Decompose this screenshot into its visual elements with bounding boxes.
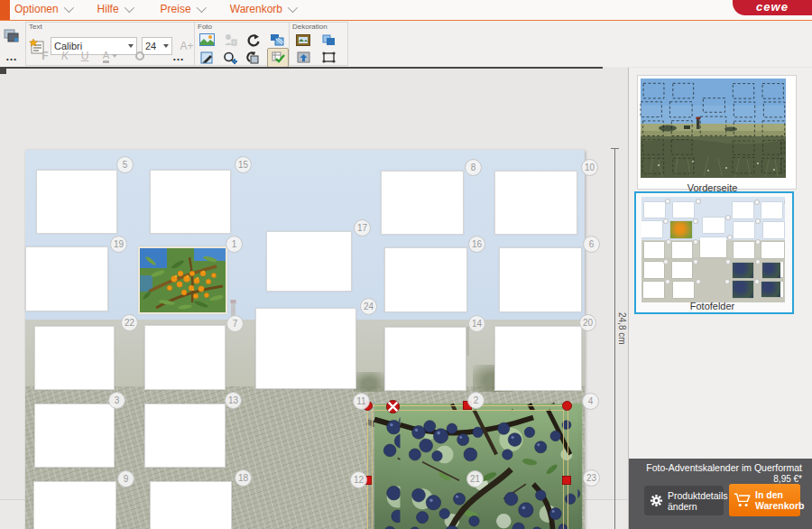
mini-door — [703, 218, 724, 233]
door-number-badge: 2 — [467, 392, 484, 409]
calendar-door-17[interactable] — [266, 231, 352, 292]
bold-button[interactable]: F — [39, 47, 51, 65]
mini-door — [673, 282, 694, 298]
door-number-badge: 3 — [108, 392, 125, 409]
calendar-door-18[interactable] — [150, 481, 232, 529]
mini-door-badge-dot — [784, 200, 785, 205]
door-number-badge: 15 — [235, 156, 252, 173]
mini-door-badge-dot — [666, 239, 671, 245]
calendar-door-9[interactable] — [33, 481, 116, 529]
calendar-door-14[interactable] — [384, 327, 466, 391]
door-number-badge: 10 — [581, 159, 598, 176]
gear-icon — [650, 494, 663, 507]
calendar-door-16[interactable] — [384, 247, 467, 312]
edit-photo-icon[interactable] — [197, 49, 217, 67]
rotate-right-icon[interactable] — [244, 31, 263, 49]
paste-photo-icon[interactable] — [220, 31, 240, 49]
menu-item-warenkorb[interactable]: Warenkorb — [230, 3, 295, 15]
menu-bar: cewe OptionenHilfePreiseWarenkorb — [0, 0, 812, 21]
mini-door — [734, 222, 754, 238]
calendar-door-6[interactable] — [499, 247, 582, 312]
photo-zoom-icon[interactable] — [220, 49, 240, 67]
more-text-options-button[interactable]: … — [169, 47, 189, 65]
mini-door-badge-dot — [754, 200, 760, 205]
italic-button[interactable]: K — [59, 47, 71, 65]
mini-door-badge-dot — [693, 259, 698, 264]
calendar-door-22[interactable] — [34, 326, 115, 390]
calendar-door-24[interactable] — [255, 308, 356, 389]
selection-resize-handle[interactable] — [562, 476, 571, 485]
calendar-door-1[interactable] — [138, 246, 227, 314]
product-title: Foto-Adventskalender im Querformat — [631, 462, 802, 473]
page-thumbnail-fotofelder-selected[interactable]: Fotofelder — [634, 191, 794, 314]
menu-item-preise[interactable]: Preise — [161, 3, 204, 15]
app-icon[interactable] — [0, 0, 10, 20]
mini-door — [780, 262, 783, 277]
swap-photo-icon[interactable] — [267, 31, 287, 49]
underline-button[interactable]: U — [78, 47, 91, 65]
door-number-badge: 19 — [110, 236, 127, 253]
product-panel: Foto-Adventskalender im Querformat 8,95 … — [629, 459, 812, 529]
mini-door — [780, 282, 783, 297]
calendar-door-15[interactable] — [150, 170, 231, 234]
copy-style-icon[interactable] — [318, 31, 338, 49]
rotate-left-icon[interactable] — [244, 49, 263, 67]
calendar-door-3[interactable] — [34, 404, 115, 468]
calendar-door-10[interactable] — [494, 171, 577, 235]
chevron-down-icon — [124, 3, 134, 13]
editor-workspace: 515810171911662272414203131124122123918 … — [0, 69, 628, 499]
door-number-badge: 21 — [466, 470, 484, 487]
background-image-icon[interactable] — [293, 48, 313, 66]
door-number-badge: 8 — [465, 159, 482, 176]
fotofelder-label: Fotofelder — [636, 301, 789, 311]
calendar-door-5[interactable] — [36, 170, 117, 234]
show-photo-fields-toggle[interactable] — [267, 48, 289, 68]
mini-door-badge-dot — [784, 259, 785, 264]
mini-door — [643, 282, 664, 298]
move-handle-icon[interactable] — [386, 400, 400, 413]
cewe-logo: cewe — [733, 0, 812, 15]
mini-door — [761, 202, 782, 218]
border-frame-icon[interactable] — [318, 48, 338, 66]
selection-resize-handle[interactable] — [562, 401, 572, 411]
mini-door — [761, 242, 783, 258]
toolbar: … Text Calibri 24 A+ A- F K U — [0, 21, 812, 67]
menu-item-hilfe[interactable]: Hilfe — [97, 3, 132, 15]
workspace-corner-mark — [0, 69, 6, 74]
door-number-badge: 16 — [468, 236, 485, 253]
door-number-badge: 17 — [354, 219, 371, 237]
mini-door — [733, 263, 753, 277]
dekoration-group: Dekoration — [289, 22, 348, 66]
calendar-door-13[interactable] — [144, 404, 226, 468]
calendar-door-19[interactable] — [25, 246, 108, 311]
door-number-badge: 1 — [226, 236, 243, 253]
calendar-door-7[interactable] — [144, 325, 226, 390]
product-details-button[interactable]: Produktdetailsändern — [644, 486, 724, 515]
pages-sidebar: Vorderseite Fotofelder Foto-Adventskalen… — [628, 68, 812, 529]
add-to-cart-button[interactable]: In denWarenkorb — [729, 484, 800, 516]
menu-item-optionen[interactable]: Optionen — [14, 3, 71, 15]
mini-door — [733, 202, 753, 218]
photo-stack-icon[interactable] — [2, 27, 22, 45]
picture-frame-icon[interactable] — [293, 31, 313, 49]
calendar-page[interactable]: 515810171911662272414203131124122123918 — [25, 150, 585, 529]
page-thumbnail-vorderseite[interactable] — [637, 75, 797, 190]
calendar-door-20[interactable] — [494, 326, 582, 391]
more-tools-button[interactable]: … — [2, 47, 22, 65]
mini-door — [644, 262, 664, 278]
mini-door — [763, 222, 784, 238]
door-number-badge: 23 — [583, 469, 600, 487]
font-color-button[interactable]: A — [98, 47, 122, 65]
mini-door-badge-dot — [755, 239, 761, 245]
height-dimension-label: 24,8 cm — [617, 312, 627, 345]
mini-door — [762, 263, 780, 278]
height-dimension-line — [614, 148, 615, 529]
door-number-badge: 14 — [468, 315, 485, 332]
calendar-door-8[interactable] — [381, 171, 464, 235]
foto-group: Foto ∞ — [194, 22, 290, 66]
insert-photo-icon[interactable] — [197, 31, 217, 49]
mini-door — [641, 221, 662, 237]
calendar-door-21[interactable] — [493, 481, 567, 529]
text-effect-button[interactable] — [129, 47, 152, 65]
mini-door-badge-dot — [725, 259, 731, 264]
